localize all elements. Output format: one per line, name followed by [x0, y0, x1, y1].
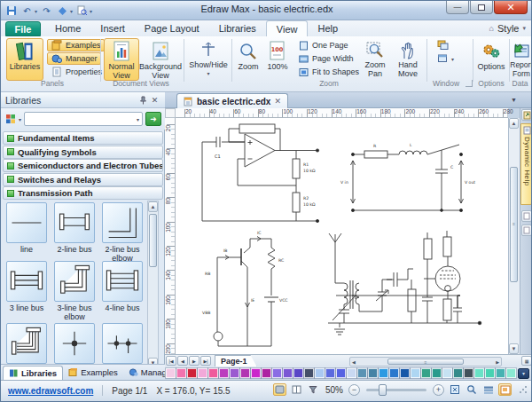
palette-swatch[interactable] [230, 368, 239, 378]
overview-icon[interactable] [481, 383, 495, 396]
scroll-up-icon[interactable]: ▲ [148, 201, 158, 212]
palette-more-icon[interactable]: ▾ [518, 368, 529, 379]
manager-button[interactable]: Manager [47, 52, 101, 65]
combo-dropdown-icon[interactable]: ▾ [137, 116, 142, 122]
zoom-slider-thumb[interactable] [379, 384, 387, 396]
pan-window-icon[interactable] [498, 383, 512, 396]
edrawsoft-link[interactable]: www.edrawsoft.com [8, 386, 93, 396]
background-view-button[interactable]: Background View [141, 38, 180, 81]
fit-to-shapes-button[interactable]: Fit to Shapes [293, 66, 363, 78]
zoom-pan-button[interactable]: Zoom Pan [359, 38, 391, 81]
page-tab[interactable]: Page-1 [215, 355, 257, 367]
zoom-out-icon[interactable]: − [348, 384, 360, 396]
zoom-slider[interactable] [366, 389, 426, 391]
shape-2-line-bus[interactable] [54, 202, 95, 243]
shape-junction[interactable] [54, 323, 95, 364]
options-button[interactable]: Options [475, 38, 507, 81]
show-hide-button[interactable]: Show/Hide ▾ [187, 38, 230, 81]
next-page-icon[interactable]: ▶ [189, 356, 200, 366]
libraries-panel-button[interactable]: Libraries [6, 38, 43, 81]
section-switches-relays[interactable]: Switches and Relays [3, 173, 163, 186]
scroll-up-icon[interactable]: ▲ [509, 118, 519, 129]
tab-home[interactable]: Home [45, 20, 90, 36]
tab-page-layout[interactable]: Page Layout [135, 20, 209, 36]
style-button[interactable]: Style [497, 23, 519, 34]
palette-swatch[interactable] [240, 368, 250, 378]
switch-window-button[interactable]: ▾ [433, 52, 458, 65]
library-list-icon[interactable] [4, 114, 16, 125]
palette-swatch[interactable] [251, 368, 261, 378]
task-pane-icon[interactable] [521, 109, 532, 121]
window-dialog-launcher-icon[interactable] [466, 80, 473, 87]
library-list-dropdown-icon[interactable]: ▾ [19, 116, 21, 122]
palette-swatch[interactable] [432, 368, 442, 378]
section-fundamental-items[interactable]: Fundamental Items [3, 131, 163, 145]
tab-list-dropdown-icon[interactable]: ▼ [511, 97, 517, 103]
library-search-combo[interactable]: ▾ [24, 112, 143, 126]
last-page-icon[interactable]: ▶| [200, 356, 211, 366]
shape-junction-2[interactable] [102, 323, 143, 364]
scroll-left-icon[interactable]: ◀ [352, 359, 356, 365]
shape-3-line-bus-elbow[interactable] [54, 261, 95, 302]
palette-swatch[interactable] [453, 368, 463, 378]
scroll-right-icon[interactable]: ▶ [496, 359, 499, 365]
close-document-icon[interactable]: ✕ [274, 97, 281, 106]
shape-2-line-bus-elbow[interactable] [102, 202, 143, 243]
palette-swatch[interactable] [357, 368, 367, 378]
canvas-hscroll-thumb[interactable]: ≡ [387, 359, 464, 365]
bottom-tab-libraries[interactable]: Libraries [3, 366, 63, 380]
palette-swatch[interactable] [474, 368, 484, 378]
zoom-area-icon[interactable] [465, 383, 478, 396]
palette-swatch[interactable] [368, 368, 378, 378]
palette-swatch[interactable] [336, 368, 346, 378]
palette-swatch[interactable] [272, 368, 282, 378]
palette-swatch[interactable] [219, 368, 229, 378]
prev-page-icon[interactable]: ◀ [177, 356, 188, 366]
palette-swatch[interactable] [506, 368, 516, 378]
section-qualifying-symbols[interactable]: Qualifying Symbols [3, 146, 163, 159]
style-dropdown-icon[interactable]: ▾ [522, 25, 526, 32]
palette-swatch[interactable] [421, 368, 431, 378]
dynamic-help-tab[interactable]: Dynamic Help [520, 123, 532, 205]
library-search-input[interactable] [25, 114, 137, 124]
palette-swatch[interactable] [464, 368, 473, 378]
palette-swatch[interactable] [315, 368, 325, 378]
scroll-down-icon[interactable]: ▼ [509, 343, 519, 354]
scrollbar-thumb[interactable] [149, 214, 157, 267]
palette-swatch[interactable] [304, 368, 314, 378]
filter-icon[interactable] [307, 383, 320, 396]
document-tab[interactable]: basic electric.edx ✕ [176, 93, 288, 108]
palette-swatch[interactable] [325, 368, 335, 378]
fit-to-window-icon[interactable] [448, 383, 461, 396]
palette-swatch[interactable] [208, 368, 218, 378]
normal-view-mode-icon[interactable] [273, 383, 286, 396]
canvas-vscroll-thumb[interactable]: ≡ [510, 167, 518, 282]
one-page-button[interactable]: One Page [293, 39, 352, 51]
minimize-button[interactable]: — [446, 1, 469, 14]
pane-page-icon[interactable] [521, 210, 532, 222]
properties-button[interactable]: Properties [47, 66, 106, 78]
palette-swatch[interactable] [198, 368, 207, 378]
palette-swatch[interactable] [187, 368, 197, 378]
palette-swatch[interactable] [400, 368, 410, 378]
bottom-tab-examples[interactable]: Examples [63, 366, 123, 380]
shape-4-line-bus[interactable] [102, 261, 143, 302]
shape-4-line-bus-elbow[interactable] [6, 323, 47, 364]
palette-swatch[interactable] [166, 368, 176, 378]
shape-grid-scrollbar[interactable]: ▲ ▼ [147, 201, 159, 369]
canvas-vscrollbar[interactable]: ▲ ≡ ▼ [508, 118, 520, 354]
palette-swatch[interactable] [379, 368, 388, 378]
normal-view-button[interactable]: Normal View [104, 38, 139, 81]
tab-help[interactable]: Help [308, 20, 348, 36]
drawing-page[interactable]: C1 R1 10 kΩ R2 10 kΩ [176, 118, 508, 354]
shape-3-line-bus[interactable] [6, 261, 47, 302]
canvas-hscrollbar[interactable]: ◀ ≡ ▶ [349, 357, 502, 367]
zoom-100-button[interactable]: 100 100% [263, 38, 292, 81]
pane-page2-icon[interactable] [521, 225, 532, 236]
zoom-button[interactable]: Zoom [234, 38, 262, 81]
section-transmission-path[interactable]: Transmission Path [3, 186, 163, 200]
palette-swatch[interactable] [293, 368, 303, 378]
palette-swatch[interactable] [176, 368, 186, 378]
hand-move-button[interactable]: Hand Move [392, 38, 424, 81]
palette-swatch[interactable] [442, 368, 452, 378]
